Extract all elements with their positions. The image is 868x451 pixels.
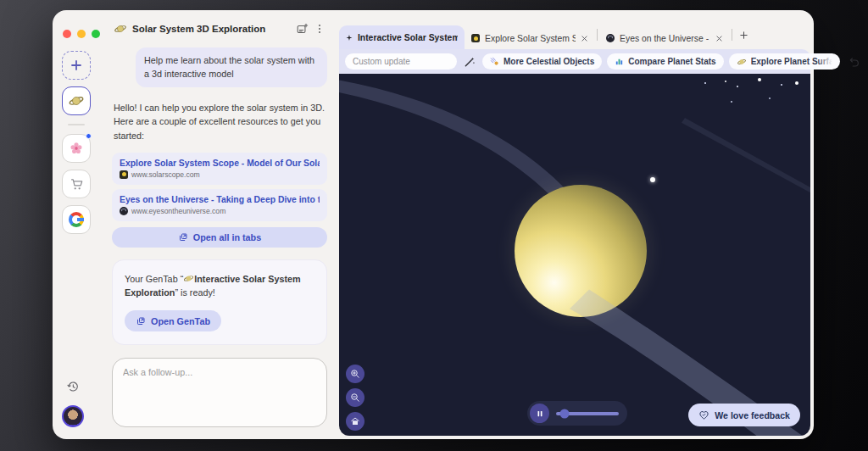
bar-chart-icon — [615, 57, 624, 66]
gentab-toolbar: More Celestial Objects Compare Planet St… — [339, 49, 810, 74]
pill-label: More Celestial Objects — [504, 57, 594, 66]
more-menu-icon[interactable] — [314, 23, 326, 35]
tab-separator — [732, 29, 732, 41]
tab-label: Interactive Solar System Explor... — [358, 33, 458, 42]
link-card-eyesuniverse[interactable]: Eyes on the Universe - Taking a Deep Div… — [112, 189, 327, 221]
tab-label: Explore Solar System Scope - — [485, 34, 576, 43]
undo-icon[interactable] — [847, 56, 862, 68]
chat-title: Solar System 3D Exploration — [132, 24, 291, 34]
saturn-icon — [737, 57, 747, 67]
tab-label: Eyes on the Universe - Taking — [620, 34, 710, 43]
assistant-message: Hello! I can help you explore the solar … — [114, 101, 326, 142]
plus-icon — [739, 31, 748, 40]
link-title[interactable]: Explore Solar System Scope - Model of Ou… — [120, 159, 320, 168]
compare-planet-stats-button[interactable]: Compare Planet Stats — [607, 53, 723, 70]
time-speed-slider[interactable] — [556, 412, 619, 415]
open-all-tabs-label: Open all in tabs — [193, 232, 261, 242]
new-gentab-icon[interactable] — [296, 23, 309, 36]
tab-interactive-solar[interactable]: Interactive Solar System Explor... — [339, 25, 465, 49]
pill-label: Explore Planet Surfa — [751, 57, 832, 66]
link-url-row: www.eyesontheuniverse.com — [120, 207, 320, 215]
sidebar-item-shopping[interactable] — [62, 170, 91, 198]
google-logo-icon — [69, 212, 84, 227]
flower-icon — [69, 141, 84, 156]
pill-label: Compare Planet Stats — [628, 57, 715, 66]
sidebar-rail — [53, 10, 100, 439]
more-celestial-objects-button[interactable]: More Celestial Objects — [482, 53, 602, 70]
browser-pane: Interactive Solar System Explor... Explo… — [339, 25, 810, 436]
tab-eyesuniverse[interactable]: Eyes on the Universe - Taking — [599, 27, 730, 49]
home-icon — [350, 416, 360, 426]
magic-wand-icon[interactable] — [462, 56, 477, 68]
open-all-tabs-button[interactable]: Open all in tabs — [112, 227, 327, 248]
window-controls — [63, 30, 100, 38]
saturn-icon — [114, 22, 127, 36]
sidebar-item-google[interactable] — [62, 205, 91, 234]
sidebar-item-solar-chat[interactable] — [62, 86, 91, 115]
tab-solarscope[interactable]: Explore Solar System Scope - — [465, 27, 595, 49]
sidebar-item-flower[interactable] — [62, 134, 91, 163]
tab-separator — [597, 29, 598, 41]
pause-button[interactable] — [530, 404, 549, 423]
eyesuniverse-favicon — [120, 207, 128, 215]
followup-input[interactable] — [123, 367, 316, 418]
heart-icon — [698, 409, 709, 420]
gentab-ready-card: Your GenTab “Interactive Solar System Ex… — [112, 259, 327, 345]
tab-strip: Interactive Solar System Explor... Explo… — [339, 25, 810, 49]
minimize-window-button[interactable] — [77, 30, 86, 38]
link-title[interactable]: Eyes on the Universe - Taking a Deep Div… — [120, 195, 320, 204]
open-in-new-icon — [178, 232, 188, 242]
open-in-new-icon — [136, 316, 146, 326]
feedback-button[interactable]: We love feedback — [688, 404, 800, 426]
link-url: www.solarscope.com — [131, 170, 200, 179]
composer — [112, 358, 327, 427]
plus-icon — [70, 59, 82, 71]
custom-update-input[interactable] — [345, 53, 457, 70]
cart-icon — [70, 177, 84, 192]
orbit-path-front — [339, 74, 810, 436]
link-url: www.eyesontheuniverse.com — [131, 207, 225, 215]
sparkle-icon — [346, 33, 353, 42]
pause-icon — [536, 409, 544, 418]
chat-panel: Solar System 3D Exploration Help me lear… — [100, 10, 339, 439]
slider-thumb[interactable] — [560, 409, 570, 418]
moon-dot[interactable] — [650, 177, 655, 182]
home-view-button[interactable] — [346, 412, 364, 431]
eyesuniverse-favicon — [606, 34, 615, 42]
notification-dot — [86, 133, 92, 139]
solar-system-3d-canvas[interactable]: We love feedback — [339, 74, 810, 436]
chat-header: Solar System 3D Exploration — [112, 10, 327, 47]
saturn-icon — [68, 92, 85, 109]
user-avatar[interactable] — [62, 405, 84, 427]
open-gentab-label: Open GenTab — [151, 316, 210, 326]
new-tab-button[interactable] — [734, 31, 754, 45]
sidebar-divider — [68, 124, 85, 125]
close-tab-icon[interactable] — [715, 35, 723, 42]
close-tab-icon[interactable] — [581, 35, 588, 42]
feedback-label: We love feedback — [715, 410, 790, 420]
link-url-row: www.solarscope.com — [120, 170, 320, 179]
new-chat-button[interactable] — [62, 51, 91, 80]
browser-window: Solar System 3D Exploration Help me lear… — [53, 10, 814, 439]
user-message-bubble: Help me learn about the solar system wit… — [136, 47, 327, 87]
comet-icon — [490, 57, 499, 66]
open-gentab-button[interactable]: Open GenTab — [125, 310, 221, 331]
zoom-out-icon — [350, 393, 360, 403]
zoom-in-icon — [350, 369, 360, 379]
solarscope-favicon — [120, 170, 128, 179]
zoom-out-button[interactable] — [346, 388, 364, 407]
history-icon[interactable] — [66, 380, 80, 393]
zoom-in-button[interactable] — [346, 365, 364, 383]
link-card-solarscope[interactable]: Explore Solar System Scope - Model of Ou… — [112, 153, 327, 185]
zoom-window-button[interactable] — [92, 30, 100, 38]
close-window-button[interactable] — [63, 30, 71, 38]
view-controls — [346, 365, 364, 431]
solarscope-favicon — [471, 34, 480, 42]
explore-planet-surfaces-button[interactable]: Explore Planet Surfa — [729, 53, 840, 70]
saturn-icon — [183, 273, 194, 284]
time-control-bar — [527, 401, 627, 426]
gentab-ready-text: Your GenTab “Interactive Solar System Ex… — [125, 272, 314, 299]
